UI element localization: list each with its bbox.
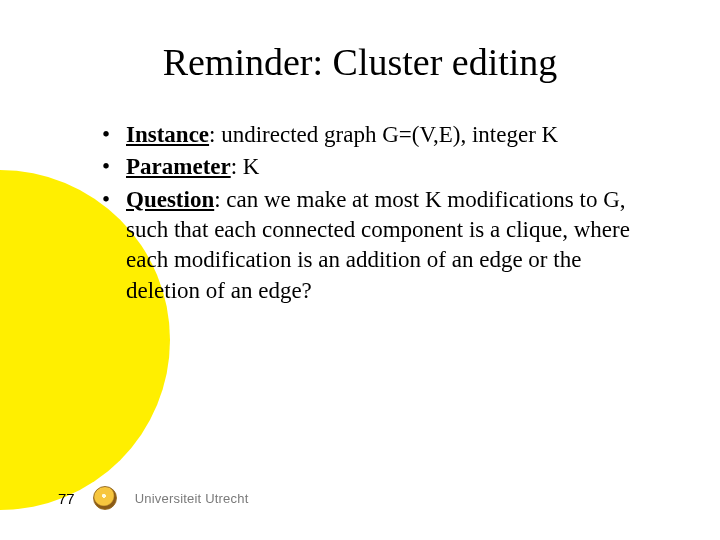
bullet-item: • Instance: undirected graph G=(V,E), in… [102, 120, 660, 150]
slide-title: Reminder: Cluster editing [60, 40, 660, 84]
bullet-text: Parameter: K [126, 152, 660, 182]
bullet-strong: Question [126, 187, 214, 212]
bullet-item: • Parameter: K [102, 152, 660, 182]
bullet-text: Question: can we make at most K modifica… [126, 185, 660, 306]
bullet-dot-icon: • [102, 120, 126, 150]
bullet-rest: : undirected graph G=(V,E), integer K [209, 122, 558, 147]
bullet-rest: : K [231, 154, 260, 179]
bullet-strong: Parameter [126, 154, 231, 179]
bullet-dot-icon: • [102, 185, 126, 306]
bullet-strong: Instance [126, 122, 209, 147]
slide-content: Reminder: Cluster editing • Instance: un… [0, 0, 720, 306]
bullet-list: • Instance: undirected graph G=(V,E), in… [102, 120, 660, 306]
university-logo-icon [93, 486, 117, 510]
bullet-dot-icon: • [102, 152, 126, 182]
slide-footer: 77 Universiteit Utrecht [58, 486, 249, 510]
page-number: 77 [58, 490, 75, 507]
bullet-item: • Question: can we make at most K modifi… [102, 185, 660, 306]
institution-name: Universiteit Utrecht [135, 491, 249, 506]
bullet-text: Instance: undirected graph G=(V,E), inte… [126, 120, 660, 150]
